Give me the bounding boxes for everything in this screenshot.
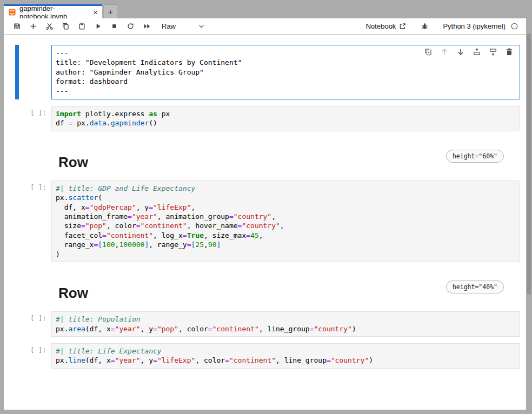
cell-toolbar — [423, 47, 514, 57]
cell-editor[interactable]: ---title: "Development Indicators by Con… — [51, 45, 520, 99]
run-all-icon — [143, 22, 151, 30]
delete-button[interactable] — [504, 47, 514, 57]
run-icon — [94, 22, 102, 30]
code-line: #| title: Population — [56, 315, 516, 324]
move-up-button — [440, 47, 449, 57]
code-line: df, x="gdpPercap", y="lifeExp", — [56, 203, 516, 212]
new-tab-button[interactable]: + — [104, 4, 117, 18]
copy-button[interactable] — [58, 20, 73, 33]
chevron-down-icon — [197, 22, 205, 30]
jupyterlab-window: gapminder-notebook.ipynb × + Raw Noteboo… — [4, 4, 526, 410]
vertical-scrollbar[interactable] — [527, 34, 531, 295]
code-line: px.scatter( — [56, 193, 516, 202]
kernel-name[interactable]: Python 3 (ipykernel) — [443, 22, 506, 30]
add-button[interactable] — [25, 20, 41, 33]
height-attribute-badge: height="60%" — [446, 150, 504, 163]
code-line: author: "Gapminder Analytics Group" — [56, 68, 516, 77]
insert-below-icon — [489, 48, 497, 56]
move-down-icon — [456, 48, 465, 56]
code-line: #| title: GDP and Life Expectancy — [56, 184, 516, 193]
cell-prompt[interactable]: [ ]: — [4, 311, 51, 322]
insert-below-button[interactable] — [488, 47, 498, 57]
tab-gapminder-notebook[interactable]: gapminder-notebook.ipynb × — [4, 4, 102, 18]
code-cell[interactable]: [ ]:#| title: GDP and Life Expectancypx.… — [4, 181, 526, 262]
duplicate-icon — [424, 48, 433, 56]
cell-type-select[interactable]: Raw — [162, 22, 205, 30]
cell-editor[interactable]: #| title: Life Expectancypx.line(df, x="… — [51, 343, 520, 369]
toolbar-left-group — [9, 20, 155, 33]
cell-prompt[interactable] — [4, 269, 51, 271]
code-line: title: "Development Indicators by Contin… — [56, 58, 516, 67]
move-down-button[interactable] — [456, 47, 466, 57]
tab-title: gapminder-notebook.ipynb — [19, 4, 89, 21]
insert-above-button[interactable] — [472, 47, 482, 57]
paste-icon — [78, 22, 86, 30]
add-icon — [29, 22, 37, 30]
markdown-body: Rowheight="40%" — [51, 269, 520, 307]
delete-icon — [505, 48, 514, 56]
code-line: px.area(df, x="year", y="pop", color="co… — [56, 324, 516, 333]
debugger-bug-icon[interactable] — [421, 22, 429, 30]
notebook-view-label: Notebook — [366, 22, 396, 30]
active-cell-collapser[interactable] — [15, 45, 19, 99]
stop-button[interactable] — [107, 20, 122, 33]
cell-prompt[interactable]: [ ]: — [4, 181, 51, 191]
row-heading: Row — [58, 285, 88, 302]
code-cell[interactable]: [ ]:#| title: Life Expectancypx.line(df,… — [4, 343, 526, 369]
code-line: size="pop", color="continent", hover_nam… — [56, 221, 516, 230]
code-line: ) — [56, 250, 516, 259]
code-line: format: dashboard — [56, 77, 516, 86]
stop-icon — [110, 22, 118, 30]
code-line: facet_col="continent", log_x=True, size_… — [56, 231, 516, 240]
run-button[interactable] — [90, 20, 105, 33]
raw-cell[interactable]: ---title: "Development Indicators by Con… — [4, 45, 526, 99]
code-cell[interactable]: [ ]:import plotly.express as pxdf = px.d… — [4, 106, 526, 131]
kernel-status-icon — [510, 22, 518, 30]
cell-prompt[interactable]: [ ]: — [4, 106, 51, 117]
notebook-content-area: ---title: "Development Indicators by Con… — [4, 35, 526, 410]
paste-button[interactable] — [74, 20, 89, 33]
notebook-file-icon — [8, 8, 16, 16]
duplicate-button[interactable] — [423, 47, 433, 57]
notebook-view-button[interactable]: Notebook — [366, 22, 407, 30]
code-line: px.line(df, x="year", y="lifeExp", color… — [56, 356, 516, 365]
toolbar-right-group: Notebook Python 3 (ipykernel) — [366, 22, 518, 30]
cut-button[interactable] — [42, 20, 57, 33]
insert-above-icon — [473, 48, 481, 56]
code-line: animation_frame="year", animation_group=… — [56, 212, 516, 221]
cell-editor[interactable]: import plotly.express as pxdf = px.data.… — [51, 106, 520, 131]
code-cell[interactable]: [ ]:#| title: Populationpx.area(df, x="y… — [4, 311, 526, 337]
run-all-button[interactable] — [139, 20, 154, 33]
move-up-icon — [440, 48, 449, 56]
cell-prompt[interactable] — [4, 138, 51, 141]
code-line: range_x=[100,100000], range_y=[25,90] — [56, 240, 516, 249]
restart-icon — [127, 22, 135, 30]
tab-bar: gapminder-notebook.ipynb × + — [4, 4, 526, 18]
save-icon — [13, 22, 21, 30]
code-line: --- — [56, 86, 516, 96]
tab-close-icon[interactable]: × — [93, 8, 98, 16]
cut-icon — [45, 22, 54, 30]
markdown-cell[interactable]: Rowheight="40%" — [4, 269, 526, 307]
height-attribute-badge: height="40%" — [446, 281, 504, 293]
cell-type-value: Raw — [162, 22, 176, 30]
code-line: df = px.data.gapminder() — [56, 118, 516, 128]
row-heading: Row — [58, 154, 88, 171]
code-line: import plotly.express as px — [56, 109, 516, 118]
restart-button[interactable] — [123, 20, 138, 33]
cell-editor[interactable]: #| title: GDP and Life Expectancypx.scat… — [51, 181, 520, 262]
copy-icon — [62, 22, 70, 30]
markdown-cell[interactable]: Rowheight="60%" — [4, 138, 526, 176]
cell-prompt[interactable] — [4, 45, 51, 48]
save-button[interactable] — [9, 20, 24, 33]
cell-prompt[interactable]: [ ]: — [4, 343, 51, 354]
markdown-body: Rowheight="60%" — [51, 138, 520, 176]
notebook-toolbar: Raw Notebook Python 3 (ipykernel) — [4, 18, 526, 35]
cell-editor[interactable]: #| title: Populationpx.area(df, x="year"… — [51, 311, 520, 337]
external-link-icon — [398, 22, 407, 30]
code-line: #| title: Life Expectancy — [56, 346, 516, 356]
